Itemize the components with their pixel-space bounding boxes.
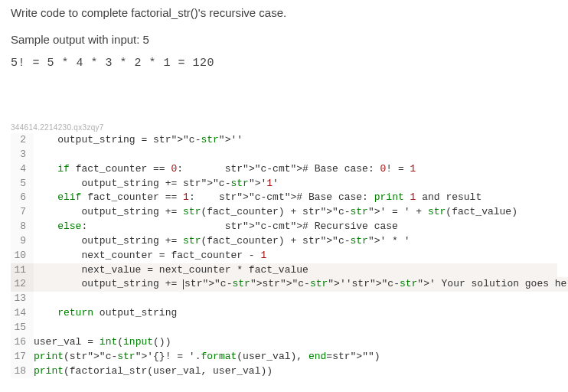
- line-number: 4: [11, 162, 34, 177]
- code-line[interactable]: 16user_val = int(input()): [11, 335, 557, 350]
- page-root: Write code to complete factorial_str()'s…: [0, 0, 568, 384]
- code-line[interactable]: 3: [11, 148, 557, 162]
- code-line[interactable]: 8 else: str">"c-cmt"># Recursive case: [11, 220, 557, 234]
- text-cursor: [183, 279, 184, 289]
- code-line[interactable]: 18print(factorial_str(user_val, user_val…: [11, 364, 557, 379]
- sample-output-value: 5! = 5 * 4 * 3 * 2 * 1 = 120: [11, 57, 557, 70]
- code-text[interactable]: if fact_counter == 0: str">"c-cmt"># Bas…: [34, 162, 416, 177]
- code-text[interactable]: user_val = int(input()): [34, 335, 171, 350]
- line-number: 8: [11, 220, 34, 234]
- line-number: 11: [11, 263, 34, 278]
- line-number: 14: [11, 306, 34, 321]
- line-number: 15: [11, 321, 34, 335]
- line-number: 17: [11, 350, 34, 364]
- code-text[interactable]: else: str">"c-cmt"># Recursive case: [34, 220, 398, 234]
- code-line[interactable]: 14 return output_string: [11, 306, 557, 321]
- problem-instruction: Write code to complete factorial_str()'s…: [11, 6, 557, 19]
- code-line[interactable]: 12 output_string += str">"c-str">str">"c…: [11, 277, 557, 292]
- line-number: 7: [11, 205, 34, 220]
- line-number: 16: [11, 335, 34, 350]
- code-line[interactable]: 17print(str">"c-str">'{}! = '.format(use…: [11, 350, 557, 364]
- code-text[interactable]: elif fact_counter == 1: str">"c-cmt"># B…: [34, 191, 481, 205]
- line-number: 9: [11, 234, 34, 249]
- line-number: 13: [11, 292, 34, 306]
- code-text[interactable]: print(factorial_str(user_val, user_val)): [34, 364, 273, 379]
- code-text[interactable]: next_counter = fact_counter - 1: [34, 249, 266, 263]
- line-number: 2: [11, 133, 34, 148]
- code-text[interactable]: output_string += str">"c-str">'1': [34, 177, 279, 191]
- line-number: 12: [11, 277, 34, 292]
- code-line[interactable]: 15: [11, 321, 557, 335]
- line-number: 6: [11, 191, 34, 205]
- code-text[interactable]: return output_string: [34, 306, 177, 321]
- code-line[interactable]: 9 output_string += str(fact_counter) + s…: [11, 234, 557, 249]
- line-number: 3: [11, 148, 34, 162]
- code-line[interactable]: 7 output_string += str(fact_counter) + s…: [11, 205, 557, 220]
- watermark-id: 344614.2214230.qx3zqy7: [11, 123, 557, 132]
- code-line[interactable]: 11 next_value = next_counter * fact_valu…: [11, 263, 557, 278]
- code-line[interactable]: 2 output_string = str">"c-str">'': [11, 133, 557, 148]
- code-text[interactable]: output_string += str">"c-str">str">"c-st…: [34, 277, 568, 292]
- line-number: 10: [11, 249, 34, 263]
- code-text[interactable]: output_string += str(fact_counter) + str…: [34, 205, 517, 220]
- sample-output-label: Sample output with input: 5: [11, 33, 557, 46]
- line-number: 5: [11, 177, 34, 191]
- code-line[interactable]: 6 elif fact_counter == 1: str">"c-cmt">#…: [11, 191, 557, 205]
- code-line[interactable]: 13: [11, 292, 557, 306]
- code-text[interactable]: output_string += str(fact_counter) + str…: [34, 234, 410, 249]
- code-line[interactable]: 10 next_counter = fact_counter - 1: [11, 249, 557, 263]
- code-line[interactable]: 4 if fact_counter == 0: str">"c-cmt"># B…: [11, 162, 557, 177]
- code-editor[interactable]: 2 output_string = str">"c-str">''34 if f…: [11, 133, 557, 378]
- code-text[interactable]: print(str">"c-str">'{}! = '.format(user_…: [34, 350, 380, 364]
- code-line[interactable]: 5 output_string += str">"c-str">'1': [11, 177, 557, 191]
- line-number: 18: [11, 364, 34, 379]
- code-text[interactable]: output_string = str">"c-str">'': [34, 133, 243, 148]
- code-text[interactable]: next_value = next_counter * fact_value: [34, 263, 557, 278]
